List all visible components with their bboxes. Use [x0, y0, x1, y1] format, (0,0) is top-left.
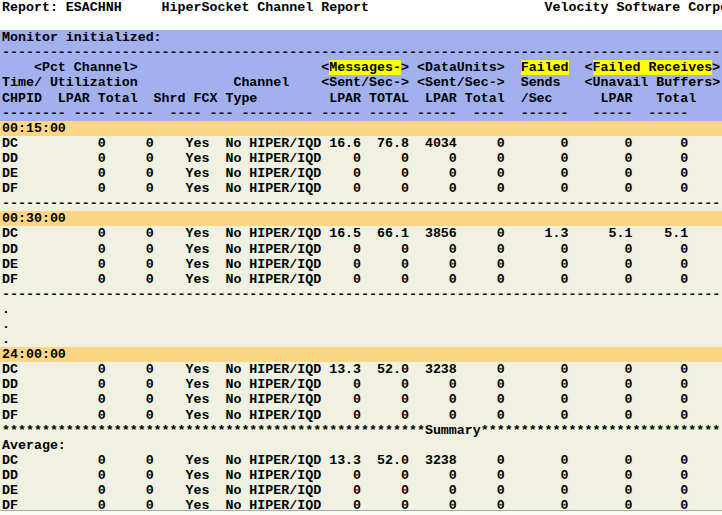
data-row: DD 0 0 Yes No HIPER/IQD 0 0 0 0 0 0 0 — [0, 242, 722, 257]
continuation-dot-line: . — [0, 332, 722, 347]
data-row: DC 0 0 Yes No HIPER/IQD 13.3 52.0 3238 0… — [0, 362, 722, 377]
column-underline: -------- ---- ----- ---- --- --------- -… — [0, 106, 722, 121]
blank-line — [0, 15, 722, 30]
data-row: DD 0 0 Yes No HIPER/IQD 0 0 0 0 0 0 0 — [0, 468, 722, 483]
average-label-line: Average: — [0, 438, 722, 453]
data-row: DD 0 0 Yes No HIPER/IQD 0 0 0 0 0 0 0 — [0, 151, 722, 166]
header-text: < — [569, 60, 593, 75]
time-section-band: 24:00:00 — [0, 347, 722, 362]
report-body: Report: ESACHNH HiperSocket Channel Repo… — [0, 0, 722, 513]
monitor-initialized-line: Monitor initialized: — [0, 30, 722, 45]
time-section-band: 00:30:00 — [0, 211, 722, 226]
data-row: DC 0 0 Yes No HIPER/IQD 13.3 52.0 3238 0… — [0, 453, 722, 468]
summary-divider-line: ****************************************… — [0, 423, 722, 438]
continuation-dot-line: . — [0, 317, 722, 332]
column-header-line-1: <Pct Channel> <Messages-> <DataUnits> Fa… — [0, 60, 722, 75]
data-row: DC 0 0 Yes No HIPER/IQD 16.5 66.1 3856 0… — [0, 226, 722, 241]
data-row: DE 0 0 Yes No HIPER/IQD 0 0 0 0 0 0 0 — [0, 257, 722, 272]
section-separator-line: ----------------------------------------… — [0, 287, 722, 302]
time-section-band: 00:15:00 — [0, 121, 722, 136]
column-header-line-2: Time/ Utilization Channel <Sent/Sec-> <S… — [0, 75, 722, 90]
highlighted-header-text: Messages- — [329, 60, 401, 75]
header-text: > <DataUnits> — [401, 60, 521, 75]
section-separator-line: ----------------------------------------… — [0, 196, 722, 211]
continuation-dot-line: . — [0, 302, 722, 317]
data-row: DF 0 0 Yes No HIPER/IQD 0 0 0 0 0 0 0 — [0, 272, 722, 287]
data-row: DE 0 0 Yes No HIPER/IQD 0 0 0 0 0 0 0 — [0, 392, 722, 407]
column-header-line-3: CHPID LPAR Total Shrd FCX Type LPAR TOTA… — [0, 91, 722, 106]
bottom-edge — [0, 510, 722, 515]
highlighted-header-text: Failed — [521, 60, 569, 75]
data-row: DC 0 0 Yes No HIPER/IQD 16.6 76.8 4034 0… — [0, 136, 722, 151]
header-text: < — [138, 60, 330, 75]
data-row: DF 0 0 Yes No HIPER/IQD 0 0 0 0 0 0 0 — [0, 181, 722, 196]
highlighted-header-text: Failed Receives — [593, 60, 713, 75]
data-row: DE 0 0 Yes No HIPER/IQD 0 0 0 0 0 0 0 — [0, 483, 722, 498]
report-title-line: Report: ESACHNH HiperSocket Channel Repo… — [0, 0, 722, 15]
header-text: > — [712, 60, 720, 75]
hipersocket-channel-report-screen: Report: ESACHNH HiperSocket Channel Repo… — [0, 0, 722, 515]
header-text: <Pct Channel> — [2, 60, 138, 75]
header-separator-line: ----------------------------------------… — [0, 45, 722, 60]
data-row: DF 0 0 Yes No HIPER/IQD 0 0 0 0 0 0 0 — [0, 408, 722, 423]
data-row: DE 0 0 Yes No HIPER/IQD 0 0 0 0 0 0 0 — [0, 166, 722, 181]
data-row: DD 0 0 Yes No HIPER/IQD 0 0 0 0 0 0 0 — [0, 377, 722, 392]
